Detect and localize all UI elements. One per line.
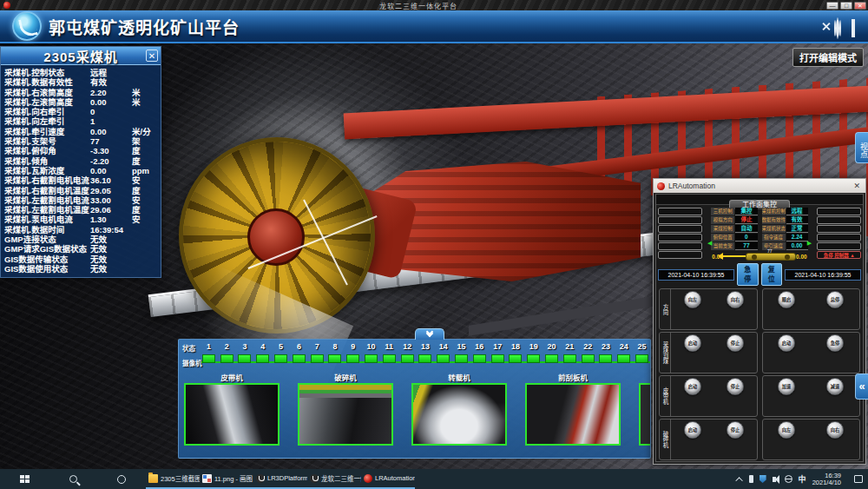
motor-start-button[interactable] xyxy=(817,216,861,224)
channel-status-block[interactable] xyxy=(582,354,595,363)
channel-status-block[interactable] xyxy=(256,354,269,363)
network-globe-icon[interactable] xyxy=(785,475,792,483)
camera-panel-collapse-tab[interactable] xyxy=(415,328,444,340)
feed-thumbnail[interactable] xyxy=(184,383,279,446)
round-control-button[interactable]: 启动 xyxy=(684,378,701,395)
sequence-start-button[interactable] xyxy=(658,216,702,224)
channel-status-block[interactable] xyxy=(527,354,540,363)
feed-thumbnail[interactable] xyxy=(411,383,507,446)
round-control-button[interactable]: 停止 xyxy=(727,378,744,395)
camera-channel[interactable]: 8 xyxy=(326,341,345,363)
estop-button[interactable]: 急停 控制器 ▲ xyxy=(817,251,861,259)
camera-channel[interactable]: 14 xyxy=(434,341,452,363)
channel-status-block[interactable] xyxy=(599,354,612,363)
channel-status-block[interactable] xyxy=(491,354,504,363)
round-control-button[interactable]: 向右 xyxy=(727,291,744,308)
feed-thumbnail[interactable] xyxy=(298,383,393,446)
sequence-start-button[interactable] xyxy=(658,208,702,215)
stop-button[interactable]: 急停 xyxy=(737,263,759,286)
channel-status-block[interactable] xyxy=(635,354,648,363)
reset-button[interactable]: 复位 xyxy=(761,263,783,286)
taskbar-item[interactable]: LR3DPlatform - U... xyxy=(253,469,307,489)
channel-status-block[interactable] xyxy=(383,354,396,363)
minimize-button[interactable]: — xyxy=(826,2,838,10)
round-control-button[interactable]: 启动 xyxy=(778,334,795,352)
channel-status-block[interactable] xyxy=(509,354,522,363)
camera-channel[interactable]: 7 xyxy=(308,341,326,363)
taskbar-item[interactable]: 11.png - 画图 xyxy=(200,469,253,489)
camera-channel[interactable]: 25 xyxy=(633,341,651,363)
sequence-start-button[interactable] xyxy=(658,242,702,250)
close-icon[interactable]: ✕ xyxy=(146,50,158,62)
tray-expand-icon[interactable] xyxy=(735,477,742,484)
camera-channel[interactable]: 22 xyxy=(579,341,597,363)
motor-start-button[interactable] xyxy=(817,208,861,215)
camera-channel[interactable]: 12 xyxy=(398,341,417,363)
round-control-button[interactable]: 减速 xyxy=(826,378,844,395)
close-icon[interactable]: ✕ xyxy=(852,182,862,190)
taskbar-item[interactable]: 2305三维截图 xyxy=(146,469,200,489)
maximize-button[interactable]: □ xyxy=(840,2,852,10)
camera-channel[interactable]: 4 xyxy=(253,341,272,363)
round-control-button[interactable]: 启动 xyxy=(684,421,701,439)
sequence-start-button[interactable] xyxy=(658,251,702,259)
camera-channel[interactable]: 20 xyxy=(542,341,561,363)
sequence-start-button[interactable] xyxy=(658,234,702,241)
round-control-button[interactable]: 总停 xyxy=(826,291,844,308)
sequence-start-button[interactable] xyxy=(658,225,702,233)
camera-channel[interactable]: 3 xyxy=(236,341,254,363)
channel-status-block[interactable] xyxy=(202,354,215,363)
channel-status-block[interactable] xyxy=(311,354,324,363)
fullscreen-icon[interactable] xyxy=(852,19,855,37)
search-button[interactable] xyxy=(49,469,97,489)
camera-channel[interactable]: 5 xyxy=(272,341,290,363)
channel-status-block[interactable] xyxy=(437,354,450,363)
open-edit-mode-button[interactable]: 打开编辑模式 xyxy=(792,48,864,67)
camera-channel[interactable]: 9 xyxy=(344,341,362,363)
channel-status-block[interactable] xyxy=(563,354,576,363)
camera-channel[interactable]: 16 xyxy=(470,341,489,363)
channel-status-block[interactable] xyxy=(274,354,287,363)
camera-channel[interactable]: 13 xyxy=(417,341,435,363)
defender-shield-icon[interactable] xyxy=(760,475,766,483)
taskbar-item[interactable]: LRAutomation xyxy=(361,469,415,489)
start-button[interactable] xyxy=(0,469,49,489)
camera-channel[interactable]: 18 xyxy=(507,341,525,363)
motor-start-button[interactable] xyxy=(817,234,861,241)
speaker-icon[interactable] xyxy=(773,477,776,482)
round-control-button[interactable]: 向左 xyxy=(778,421,795,439)
action-center-icon[interactable] xyxy=(854,475,863,483)
channel-status-block[interactable] xyxy=(617,354,630,363)
panel-collapse-tab[interactable]: « xyxy=(855,373,868,400)
camera-channel[interactable]: 17 xyxy=(489,341,507,363)
round-control-button[interactable]: 停止 xyxy=(727,334,744,352)
camera-channel[interactable]: 19 xyxy=(524,341,542,363)
camera-channel[interactable]: 21 xyxy=(561,341,579,363)
usb-device-icon[interactable] xyxy=(749,475,753,483)
camera-channel[interactable]: 15 xyxy=(452,341,470,363)
viewpoint-tab[interactable]: 视点 xyxy=(855,132,868,163)
camera-channel[interactable]: 6 xyxy=(290,341,308,363)
channel-status-block[interactable] xyxy=(238,354,251,363)
channel-status-block[interactable] xyxy=(473,354,486,363)
round-control-button[interactable]: 启动 xyxy=(684,334,701,352)
feed-thumbnail[interactable] xyxy=(639,383,651,446)
channel-status-block[interactable] xyxy=(455,354,468,363)
channel-status-block[interactable] xyxy=(220,354,233,363)
cortana-button[interactable] xyxy=(97,469,146,489)
camera-channel[interactable]: 11 xyxy=(380,341,398,363)
round-control-button[interactable]: 向左 xyxy=(684,291,701,308)
ime-indicator[interactable]: 中 xyxy=(799,473,806,485)
camera-channel[interactable]: 2 xyxy=(218,341,236,363)
channel-status-block[interactable] xyxy=(293,354,306,363)
camera-channel[interactable]: 24 xyxy=(615,341,633,363)
channel-status-block[interactable] xyxy=(328,354,341,363)
channel-status-block[interactable] xyxy=(401,354,414,363)
channel-status-block[interactable] xyxy=(418,354,431,363)
lrautomation-titlebar[interactable]: LRAutomation ✕ xyxy=(654,179,865,193)
camera-channel[interactable]: 23 xyxy=(597,341,615,363)
clock[interactable]: 16:39 2021/4/10 xyxy=(812,472,841,486)
channel-status-block[interactable] xyxy=(346,354,359,363)
channel-status-block[interactable] xyxy=(365,354,378,363)
round-control-button[interactable]: 急停 xyxy=(826,334,844,352)
